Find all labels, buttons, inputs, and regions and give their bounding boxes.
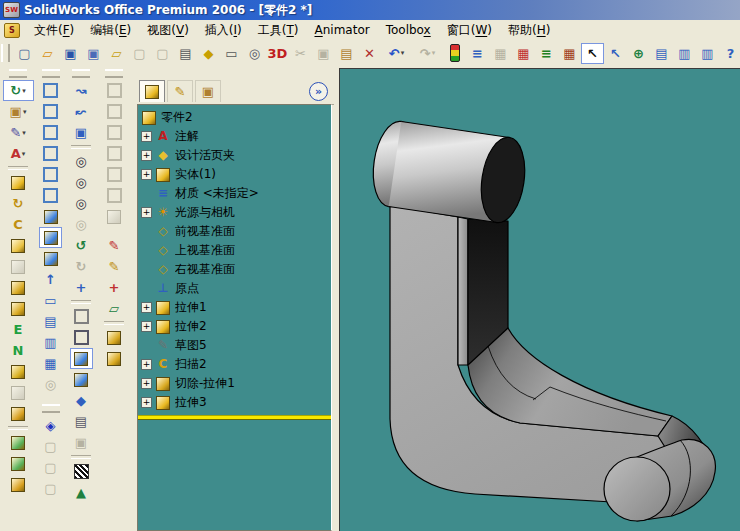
view-orientation-flyout-button[interactable]: ↻▾	[3, 80, 34, 101]
four-view-button[interactable]: ▦	[39, 353, 62, 374]
toolbar-grip[interactable]	[42, 404, 60, 413]
make-drawing-button[interactable]: ▱	[105, 43, 128, 64]
view-left-button[interactable]	[39, 122, 62, 143]
toolbar-grip[interactable]	[1, 44, 10, 62]
shaded-with-edges-button[interactable]	[70, 348, 93, 369]
tree-item[interactable]: +C扫描2	[138, 355, 331, 374]
propertymanager-tab[interactable]: ✎	[167, 80, 193, 102]
single-view-button[interactable]: ▭	[39, 290, 62, 311]
material-editor-button[interactable]: ≡	[535, 43, 558, 64]
realview-button[interactable]: ▲	[70, 482, 93, 503]
tree-item[interactable]: +拉伸3	[138, 393, 331, 412]
draft-button[interactable]	[7, 474, 30, 495]
revolved-cut-button[interactable]	[7, 298, 30, 319]
toolbar-grip[interactable]	[72, 69, 90, 78]
redraw-button[interactable]: ↺	[70, 235, 93, 256]
tree-item[interactable]: +拉伸2	[138, 317, 331, 336]
view-normal-to-button[interactable]: ↑	[39, 269, 62, 290]
lofted-cut-button[interactable]: N	[7, 340, 30, 361]
sketch-flyout-button[interactable]: ✎▾	[3, 122, 34, 143]
swept-boss-button[interactable]: C	[7, 214, 30, 235]
rollback-bar[interactable]	[138, 415, 331, 420]
tree-item[interactable]: ◇上视基准面	[138, 241, 331, 260]
convert-entities-button[interactable]: ▱	[103, 298, 126, 319]
tree-item[interactable]: +☀光源与相机	[138, 203, 331, 222]
featuremanager-tab[interactable]	[139, 80, 165, 102]
configurationmanager-tab[interactable]: ▣	[195, 80, 221, 102]
extruded-boss-button[interactable]	[7, 172, 30, 193]
section-view-button[interactable]: ▤	[70, 411, 93, 432]
undo-button[interactable]: ↶▾	[381, 43, 412, 64]
edit-color-button[interactable]: ▦	[512, 43, 535, 64]
tree-item[interactable]: ◇前视基准面	[138, 222, 331, 241]
view-dimetric-button[interactable]	[39, 248, 62, 269]
3d-drawing-view-button[interactable]: ▣	[70, 122, 93, 143]
expand-icon[interactable]: +	[141, 150, 152, 161]
chamfer-button[interactable]	[7, 453, 30, 474]
zoom-in-out-button[interactable]: ◎	[70, 193, 93, 214]
expand-icon[interactable]: +	[141, 378, 152, 389]
dropdown-arrow-icon[interactable]: ▾	[22, 129, 26, 137]
3d-instant-website-button[interactable]: 3D	[266, 43, 289, 64]
document-system-icon[interactable]: S	[4, 23, 20, 38]
fillet-button[interactable]	[7, 432, 30, 453]
rib-button[interactable]	[7, 403, 30, 424]
open-button[interactable]: ▱	[36, 43, 59, 64]
menu-help[interactable]: 帮助(H)	[500, 20, 558, 41]
revolved-boss-button[interactable]: ↻	[7, 193, 30, 214]
new-button[interactable]: ▢	[13, 43, 36, 64]
feature-tool-2-button[interactable]	[103, 348, 126, 369]
app-icon[interactable]: SW	[3, 2, 20, 18]
tree-item[interactable]: +切除-拉伸1	[138, 374, 331, 393]
tree-item[interactable]: +拉伸1	[138, 298, 331, 317]
full-screen-button[interactable]: ◈	[39, 415, 62, 436]
view-isometric-button[interactable]	[39, 206, 62, 227]
feature-manager-area-button[interactable]: ▤	[650, 43, 673, 64]
tree-item[interactable]: +◆设计活页夹	[138, 146, 331, 165]
view-bottom-button[interactable]	[39, 185, 62, 206]
two-view-vertical-button[interactable]: ▥	[39, 332, 62, 353]
selection-filter-button[interactable]: ↖	[604, 43, 627, 64]
dropdown-arrow-icon[interactable]: ▾	[23, 108, 27, 116]
paste-button[interactable]: ▤	[335, 43, 358, 64]
view-trimetric-button[interactable]	[39, 227, 62, 248]
page-setup-button[interactable]: ▤	[174, 43, 197, 64]
print-preview-button[interactable]: ◎	[243, 43, 266, 64]
delete-button[interactable]: ✕	[358, 43, 381, 64]
zoom-to-area-button[interactable]: ◎	[70, 172, 93, 193]
menu-view[interactable]: 视图(V)	[139, 20, 197, 41]
shadows-button[interactable]: ◆	[70, 390, 93, 411]
rebuild-button[interactable]	[443, 43, 466, 64]
pan-button[interactable]: +	[70, 277, 93, 298]
fly-through-button[interactable]: ↝	[70, 80, 93, 101]
menu-insert[interactable]: 插入(I)	[197, 20, 250, 41]
menu-window[interactable]: 窗口(W)	[439, 20, 500, 41]
sketch-button[interactable]: ✎	[103, 256, 126, 277]
task-pane-button[interactable]: ▥	[673, 43, 696, 64]
expand-icon[interactable]: +	[141, 321, 152, 332]
graphics-viewport[interactable]	[339, 68, 740, 531]
zoom-to-fit-button[interactable]: ◎	[70, 151, 93, 172]
annotation-flyout-button[interactable]: A▾	[3, 143, 34, 164]
tree-item[interactable]: 零件2	[138, 108, 331, 127]
expand-icon[interactable]: +	[141, 169, 152, 180]
point-button[interactable]: +	[103, 277, 126, 298]
fly-back-button[interactable]: ↜	[70, 101, 93, 122]
swept-cut-button[interactable]: E	[7, 319, 30, 340]
expand-icon[interactable]: +	[141, 207, 152, 218]
expand-icon[interactable]: +	[141, 397, 152, 408]
select-button[interactable]: ↖	[581, 43, 604, 64]
menu-file[interactable]: 文件(F)	[26, 20, 82, 41]
texture-button[interactable]: ▦	[558, 43, 581, 64]
view-top-button[interactable]	[39, 164, 62, 185]
view-right-button[interactable]	[39, 143, 62, 164]
expand-icon[interactable]: +	[141, 359, 152, 370]
sw-document-button[interactable]: ◆	[197, 43, 220, 64]
hidden-lines-visible-button[interactable]	[70, 327, 93, 348]
expand-icon[interactable]: +	[141, 302, 152, 313]
3d-sketch-button[interactable]: ✎	[103, 235, 126, 256]
menu-toolbox[interactable]: Toolbox	[378, 21, 439, 39]
two-view-horizontal-button[interactable]: ▤	[39, 311, 62, 332]
tree-item[interactable]: +A注解	[138, 127, 331, 146]
save-all-button[interactable]: ▣	[82, 43, 105, 64]
